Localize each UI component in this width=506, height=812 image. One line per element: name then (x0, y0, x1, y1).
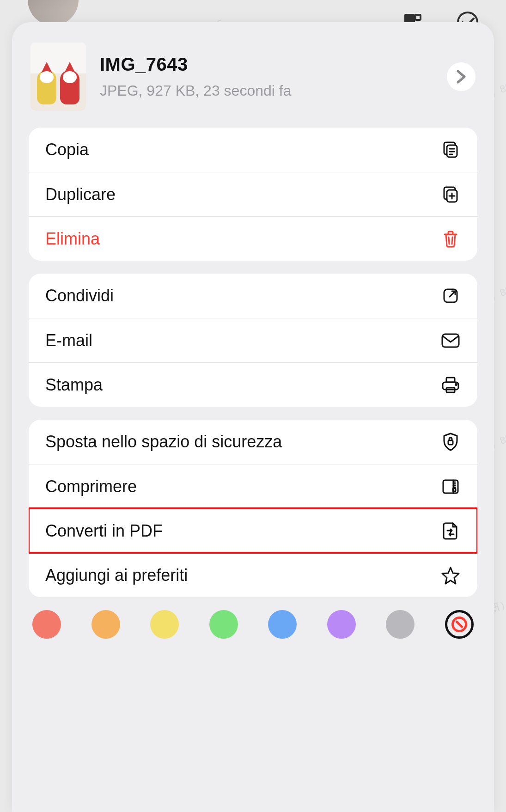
svg-line-8 (452, 237, 452, 244)
copy-row[interactable]: Copia (29, 128, 477, 172)
row-label: Duplicare (45, 185, 116, 204)
convert-pdf-row[interactable]: Converti in PDF (29, 508, 477, 553)
action-group-edit: Copia Duplicare Elimina (29, 128, 477, 261)
print-row[interactable]: Stampa (29, 362, 477, 407)
action-group-share: Condividi E-mail Stampa (29, 274, 477, 407)
svg-marker-23 (442, 568, 459, 584)
svg-rect-10 (442, 334, 459, 347)
convert-icon (440, 521, 461, 541)
prohibit-icon (451, 617, 467, 632)
chevron-right-icon (456, 70, 466, 84)
file-title: IMG_7643 (100, 54, 433, 75)
trash-icon (440, 229, 461, 249)
background-avatar (28, 0, 79, 25)
action-sheet: IMG_7643 JPEG, 927 KB, 23 secondi fa Cop… (12, 22, 494, 812)
archive-icon (440, 476, 461, 497)
star-icon (440, 565, 461, 586)
tag-purple[interactable] (327, 610, 356, 639)
mail-icon (440, 330, 461, 351)
favorite-row[interactable]: Aggiungi ai preferiti (29, 553, 477, 597)
row-label: Elimina (45, 229, 100, 249)
color-tag-row (29, 610, 477, 639)
row-label: Sposta nello spazio di sicurezza (45, 432, 282, 452)
svg-point-14 (456, 384, 457, 385)
svg-rect-22 (453, 488, 456, 491)
row-label: Copia (45, 140, 89, 159)
row-label: Comprimere (45, 477, 137, 496)
shield-lock-icon (440, 432, 461, 452)
row-label: Stampa (45, 375, 103, 395)
tag-red[interactable] (32, 610, 61, 639)
svg-line-7 (449, 237, 449, 244)
share-row[interactable]: Condividi (29, 274, 477, 318)
file-header[interactable]: IMG_7643 JPEG, 927 KB, 23 secondi fa (29, 43, 477, 128)
row-label: E-mail (45, 331, 92, 350)
file-thumbnail (30, 43, 86, 111)
compress-row[interactable]: Comprimere (29, 464, 477, 508)
action-group-manage: Sposta nello spazio di sicurezza Comprim… (29, 420, 477, 597)
tag-green[interactable] (209, 610, 238, 639)
file-meta: JPEG, 927 KB, 23 secondi fa (100, 82, 433, 99)
print-icon (440, 375, 461, 395)
duplicate-row[interactable]: Duplicare (29, 172, 477, 216)
tag-gray[interactable] (386, 610, 415, 639)
row-label: Condividi (45, 286, 114, 305)
tag-blue[interactable] (268, 610, 297, 639)
file-details-button[interactable] (447, 62, 476, 91)
duplicate-icon (440, 184, 461, 205)
copy-icon (440, 140, 461, 160)
email-row[interactable]: E-mail (29, 318, 477, 362)
svg-rect-12 (446, 378, 455, 382)
move-secure-row[interactable]: Sposta nello spazio di sicurezza (29, 420, 477, 464)
tag-yellow[interactable] (150, 610, 179, 639)
delete-row[interactable]: Elimina (29, 216, 477, 261)
row-label: Aggiungi ai preferiti (45, 566, 188, 585)
row-label: Converti in PDF (45, 521, 163, 541)
share-icon (440, 286, 461, 306)
tag-orange[interactable] (91, 610, 120, 639)
tag-none[interactable] (445, 610, 474, 639)
